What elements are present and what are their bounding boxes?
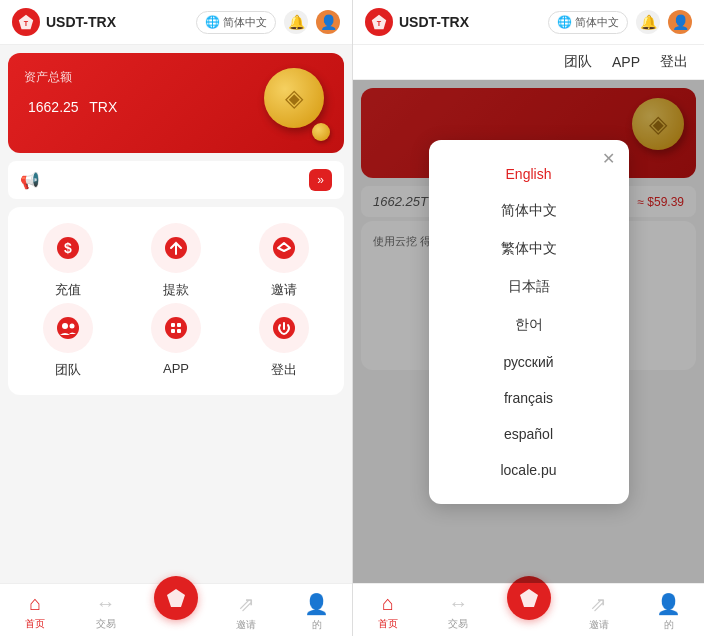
lang-option-ko[interactable]: 한어 <box>429 306 629 344</box>
invite-icon-wrap <box>259 223 309 273</box>
right-home-label: 首页 <box>378 617 398 631</box>
recharge-icon-wrap: $ <box>43 223 93 273</box>
lang-option-zh-tw[interactable]: 繁体中文 <box>429 230 629 268</box>
right-content: 1662.25T ≈ $59.39 使用云挖 得最大的TRXI收益。 <box>353 80 704 583</box>
svg-rect-13 <box>177 329 181 333</box>
home-label: 首页 <box>25 617 45 631</box>
left-bottom-nav: ⌂ 首页 ↔ 交易 ⇗ 邀请 👤 的 <box>0 583 352 636</box>
right-trade-icon: ↔ <box>448 592 468 615</box>
gold-coin-small <box>312 123 330 141</box>
bell-icon[interactable]: 🔔 <box>284 10 308 34</box>
menu-grid: $ 充值 提款 邀请 <box>8 207 344 395</box>
menu-item-withdraw[interactable]: 提款 <box>124 223 228 299</box>
tab-team[interactable]: 团队 <box>564 53 592 71</box>
app-label: APP <box>163 361 189 376</box>
svg-point-8 <box>70 324 75 329</box>
invite-label: 邀请 <box>271 281 297 299</box>
gold-coin-decoration <box>264 68 324 128</box>
app-icon-wrap <box>151 303 201 353</box>
svg-rect-11 <box>177 323 181 327</box>
menu-item-recharge[interactable]: $ 充值 <box>16 223 120 299</box>
right-user-icon[interactable]: 👤 <box>668 10 692 34</box>
menu-item-team[interactable]: 团队 <box>16 303 120 379</box>
right-phone: T USDT-TRX 🌐 简体中文 🔔 👤 团队 APP 登出 1662.25T <box>352 0 704 636</box>
modal-close-button[interactable]: ✕ <box>599 148 619 168</box>
right-nav-home[interactable]: ⌂ 首页 <box>353 592 423 632</box>
svg-point-6 <box>57 317 79 339</box>
right-nav-trade[interactable]: ↔ 交易 <box>423 592 493 632</box>
nav-invite[interactable]: ⇗ 邀请 <box>211 592 281 632</box>
nav-center[interactable] <box>141 592 211 632</box>
svg-text:T: T <box>24 19 29 28</box>
right-nav-mine[interactable]: 👤 的 <box>634 592 704 632</box>
logout-label: 登出 <box>271 361 297 379</box>
nav-trade[interactable]: ↔ 交易 <box>70 592 140 632</box>
right-app-title: USDT-TRX <box>399 14 469 30</box>
trade-icon: ↔ <box>96 592 116 615</box>
right-lang-label: 简体中文 <box>575 15 619 30</box>
withdraw-label: 提款 <box>163 281 189 299</box>
team-label: 团队 <box>55 361 81 379</box>
menu-item-app[interactable]: APP <box>124 303 228 379</box>
svg-rect-10 <box>171 323 175 327</box>
lang-label: 简体中文 <box>223 15 267 30</box>
tab-logout[interactable]: 登出 <box>660 53 688 71</box>
right-home-icon: ⌂ <box>382 592 394 615</box>
announcement-bar: 📢 » <box>8 161 344 199</box>
svg-marker-15 <box>167 589 185 607</box>
svg-marker-29 <box>520 589 538 607</box>
team-icon-wrap <box>43 303 93 353</box>
left-header: T USDT-TRX 🌐 简体中文 🔔 👤 <box>0 0 352 45</box>
right-header-right: 🌐 简体中文 🔔 👤 <box>548 10 692 34</box>
right-header: T USDT-TRX 🌐 简体中文 🔔 👤 <box>353 0 704 45</box>
menu-item-invite[interactable]: 邀请 <box>232 223 336 299</box>
svg-text:$: $ <box>64 240 72 256</box>
home-icon: ⌂ <box>29 592 41 615</box>
svg-text:T: T <box>377 19 382 28</box>
right-bottom-nav: ⌂ 首页 ↔ 交易 ⇗ 邀请 👤 的 <box>353 583 704 636</box>
right-invite-label: 邀请 <box>589 618 609 632</box>
svg-point-5 <box>273 237 295 259</box>
svg-rect-12 <box>171 329 175 333</box>
svg-point-7 <box>62 323 68 329</box>
lang-option-zh-cn[interactable]: 简体中文 <box>429 192 629 230</box>
logo-area: T USDT-TRX <box>12 8 116 36</box>
left-phone: T USDT-TRX 🌐 简体中文 🔔 👤 资产总额 1662.25 TRX 📢… <box>0 0 352 636</box>
right-nav-invite[interactable]: ⇗ 邀请 <box>564 592 634 632</box>
tab-app[interactable]: APP <box>612 54 640 70</box>
lang-button[interactable]: 🌐 简体中文 <box>196 11 276 34</box>
nav-home[interactable]: ⌂ 首页 <box>0 592 70 632</box>
invite-nav-icon: ⇗ <box>238 592 255 616</box>
center-button[interactable] <box>154 576 198 620</box>
trade-label: 交易 <box>96 617 116 631</box>
right-logo-area: T USDT-TRX <box>365 8 469 36</box>
lang-option-ru[interactable]: русский <box>429 344 629 380</box>
right-bell-icon[interactable]: 🔔 <box>636 10 660 34</box>
right-nav-center[interactable] <box>493 592 563 632</box>
nav-mine[interactable]: 👤 的 <box>282 592 352 632</box>
lang-option-fr[interactable]: français <box>429 380 629 416</box>
right-trade-label: 交易 <box>448 617 468 631</box>
announce-arrow-btn[interactable]: » <box>309 169 332 191</box>
withdraw-icon-wrap <box>151 223 201 273</box>
lang-option-es[interactable]: español <box>429 416 629 452</box>
language-modal: ✕ English 简体中文 繁体中文 日本語 한어 русский franç… <box>429 140 629 504</box>
recharge-label: 充值 <box>55 281 81 299</box>
user-icon[interactable]: 👤 <box>316 10 340 34</box>
right-mine-label: 的 <box>664 618 674 632</box>
right-nav-tabs: 团队 APP 登出 <box>353 45 704 80</box>
asset-banner: 资产总额 1662.25 TRX <box>8 53 344 153</box>
announce-icon: 📢 <box>20 171 40 190</box>
app-title: USDT-TRX <box>46 14 116 30</box>
mine-icon: 👤 <box>304 592 329 616</box>
lang-option-ja[interactable]: 日本語 <box>429 268 629 306</box>
right-logo-icon: T <box>365 8 393 36</box>
lang-option-pu[interactable]: locale.pu <box>429 452 629 488</box>
right-invite-icon: ⇗ <box>590 592 607 616</box>
svg-point-9 <box>165 317 187 339</box>
right-lang-button[interactable]: 🌐 简体中文 <box>548 11 628 34</box>
header-right: 🌐 简体中文 🔔 👤 <box>196 10 340 34</box>
right-mine-icon: 👤 <box>656 592 681 616</box>
menu-item-logout[interactable]: 登出 <box>232 303 336 379</box>
invite-nav-label: 邀请 <box>236 618 256 632</box>
